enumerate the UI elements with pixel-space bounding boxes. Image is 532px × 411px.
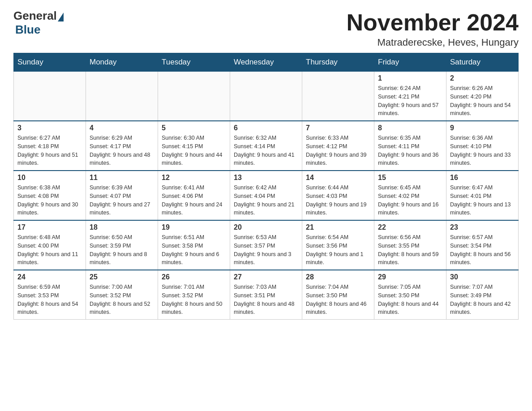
calendar-cell: 7Sunrise: 6:33 AMSunset: 4:12 PMDaylight… <box>302 121 374 171</box>
day-number: 15 <box>378 174 442 182</box>
day-number: 10 <box>17 174 82 182</box>
month-title: November 2024 <box>347 9 519 36</box>
day-info: Sunrise: 6:54 AMSunset: 3:56 PMDaylight:… <box>306 233 370 267</box>
day-number: 29 <box>378 273 442 281</box>
calendar-cell: 29Sunrise: 7:05 AMSunset: 3:50 PMDayligh… <box>374 270 446 320</box>
day-info: Sunrise: 6:27 AMSunset: 4:18 PMDaylight:… <box>17 134 82 167</box>
day-number: 21 <box>306 223 370 231</box>
header-friday: Friday <box>374 53 446 72</box>
location-subtitle: Matraderecske, Heves, Hungary <box>347 37 519 48</box>
day-number: 8 <box>378 124 442 132</box>
day-number: 28 <box>306 273 370 281</box>
day-number: 25 <box>90 273 154 281</box>
day-info: Sunrise: 6:26 AMSunset: 4:20 PMDaylight:… <box>450 84 515 118</box>
calendar-cell: 28Sunrise: 7:04 AMSunset: 3:50 PMDayligh… <box>302 270 374 320</box>
calendar-cell: 16Sunrise: 6:47 AMSunset: 4:01 PMDayligh… <box>446 171 519 220</box>
day-info: Sunrise: 7:00 AMSunset: 3:52 PMDaylight:… <box>90 283 154 317</box>
day-number: 24 <box>17 273 82 281</box>
calendar-cell: 11Sunrise: 6:39 AMSunset: 4:07 PMDayligh… <box>86 171 158 220</box>
day-number: 2 <box>450 74 515 82</box>
day-info: Sunrise: 6:30 AMSunset: 4:15 PMDaylight:… <box>162 134 226 167</box>
weekday-header-row: Sunday Monday Tuesday Wednesday Thursday… <box>14 53 519 72</box>
header-thursday: Thursday <box>302 53 374 72</box>
day-number: 6 <box>234 124 298 132</box>
day-info: Sunrise: 6:39 AMSunset: 4:07 PMDaylight:… <box>90 184 154 217</box>
day-number: 16 <box>450 174 515 182</box>
header-monday: Monday <box>86 53 158 72</box>
title-area: November 2024 Matraderecske, Heves, Hung… <box>347 9 519 48</box>
day-number: 4 <box>90 124 154 132</box>
calendar-cell: 6Sunrise: 6:32 AMSunset: 4:14 PMDaylight… <box>230 121 302 171</box>
day-number: 3 <box>17 124 82 132</box>
calendar-cell: 1Sunrise: 6:24 AMSunset: 4:21 PMDaylight… <box>374 72 446 121</box>
calendar-cell: 24Sunrise: 6:59 AMSunset: 3:53 PMDayligh… <box>14 270 86 320</box>
week-row-1: 1Sunrise: 6:24 AMSunset: 4:21 PMDaylight… <box>14 72 519 121</box>
calendar-cell: 22Sunrise: 6:56 AMSunset: 3:55 PMDayligh… <box>374 220 446 270</box>
calendar-cell: 2Sunrise: 6:26 AMSunset: 4:20 PMDaylight… <box>446 72 519 121</box>
day-info: Sunrise: 6:45 AMSunset: 4:02 PMDaylight:… <box>378 184 442 217</box>
day-number: 14 <box>306 174 370 182</box>
day-info: Sunrise: 7:03 AMSunset: 3:51 PMDaylight:… <box>234 283 298 317</box>
day-number: 5 <box>162 124 226 132</box>
header-tuesday: Tuesday <box>158 53 230 72</box>
week-row-5: 24Sunrise: 6:59 AMSunset: 3:53 PMDayligh… <box>14 270 519 320</box>
day-number: 19 <box>162 223 226 231</box>
day-number: 20 <box>234 223 298 231</box>
calendar-cell: 4Sunrise: 6:29 AMSunset: 4:17 PMDaylight… <box>86 121 158 171</box>
calendar-cell: 14Sunrise: 6:44 AMSunset: 4:03 PMDayligh… <box>302 171 374 220</box>
calendar-cell <box>230 72 302 121</box>
day-number: 7 <box>306 124 370 132</box>
week-row-3: 10Sunrise: 6:38 AMSunset: 4:08 PMDayligh… <box>14 171 519 220</box>
page-header: General Blue November 2024 Matraderecske… <box>13 9 519 48</box>
day-info: Sunrise: 6:24 AMSunset: 4:21 PMDaylight:… <box>378 84 442 118</box>
calendar-cell: 30Sunrise: 7:07 AMSunset: 3:49 PMDayligh… <box>446 270 519 320</box>
calendar-table: Sunday Monday Tuesday Wednesday Thursday… <box>13 53 519 320</box>
day-info: Sunrise: 7:04 AMSunset: 3:50 PMDaylight:… <box>306 283 370 317</box>
day-number: 30 <box>450 273 515 281</box>
day-info: Sunrise: 7:05 AMSunset: 3:50 PMDaylight:… <box>378 283 442 317</box>
calendar-cell <box>14 72 86 121</box>
day-info: Sunrise: 6:38 AMSunset: 4:08 PMDaylight:… <box>17 184 82 217</box>
day-info: Sunrise: 6:32 AMSunset: 4:14 PMDaylight:… <box>234 134 298 167</box>
calendar-cell: 27Sunrise: 7:03 AMSunset: 3:51 PMDayligh… <box>230 270 302 320</box>
calendar-cell: 21Sunrise: 6:54 AMSunset: 3:56 PMDayligh… <box>302 220 374 270</box>
day-info: Sunrise: 6:41 AMSunset: 4:06 PMDaylight:… <box>162 184 226 217</box>
calendar-cell: 26Sunrise: 7:01 AMSunset: 3:52 PMDayligh… <box>158 270 230 320</box>
day-number: 11 <box>90 174 154 182</box>
logo: General Blue <box>13 9 64 37</box>
day-info: Sunrise: 6:29 AMSunset: 4:17 PMDaylight:… <box>90 134 154 167</box>
day-info: Sunrise: 6:35 AMSunset: 4:11 PMDaylight:… <box>378 134 442 167</box>
day-info: Sunrise: 7:01 AMSunset: 3:52 PMDaylight:… <box>162 283 226 317</box>
day-info: Sunrise: 6:57 AMSunset: 3:54 PMDaylight:… <box>450 233 515 267</box>
calendar-cell: 18Sunrise: 6:50 AMSunset: 3:59 PMDayligh… <box>86 220 158 270</box>
day-info: Sunrise: 6:33 AMSunset: 4:12 PMDaylight:… <box>306 134 370 167</box>
calendar-cell <box>302 72 374 121</box>
day-info: Sunrise: 6:42 AMSunset: 4:04 PMDaylight:… <box>234 184 298 217</box>
calendar-cell: 20Sunrise: 6:53 AMSunset: 3:57 PMDayligh… <box>230 220 302 270</box>
day-info: Sunrise: 6:44 AMSunset: 4:03 PMDaylight:… <box>306 184 370 217</box>
calendar-cell <box>86 72 158 121</box>
day-number: 1 <box>378 74 442 82</box>
calendar-cell: 23Sunrise: 6:57 AMSunset: 3:54 PMDayligh… <box>446 220 519 270</box>
logo-general-text: General <box>13 9 57 23</box>
calendar-cell: 19Sunrise: 6:51 AMSunset: 3:58 PMDayligh… <box>158 220 230 270</box>
day-info: Sunrise: 6:56 AMSunset: 3:55 PMDaylight:… <box>378 233 442 267</box>
day-info: Sunrise: 6:47 AMSunset: 4:01 PMDaylight:… <box>450 184 515 217</box>
week-row-4: 17Sunrise: 6:48 AMSunset: 4:00 PMDayligh… <box>14 220 519 270</box>
day-info: Sunrise: 6:51 AMSunset: 3:58 PMDaylight:… <box>162 233 226 267</box>
day-number: 12 <box>162 174 226 182</box>
calendar-cell: 12Sunrise: 6:41 AMSunset: 4:06 PMDayligh… <box>158 171 230 220</box>
day-number: 9 <box>450 124 515 132</box>
day-info: Sunrise: 6:59 AMSunset: 3:53 PMDaylight:… <box>17 283 82 317</box>
day-number: 17 <box>17 223 82 231</box>
day-info: Sunrise: 6:36 AMSunset: 4:10 PMDaylight:… <box>450 134 515 167</box>
calendar-cell: 8Sunrise: 6:35 AMSunset: 4:11 PMDaylight… <box>374 121 446 171</box>
header-saturday: Saturday <box>446 53 519 72</box>
day-number: 13 <box>234 174 298 182</box>
day-number: 26 <box>162 273 226 281</box>
day-number: 18 <box>90 223 154 231</box>
header-sunday: Sunday <box>14 53 86 72</box>
day-info: Sunrise: 6:53 AMSunset: 3:57 PMDaylight:… <box>234 233 298 267</box>
logo-blue-text: Blue <box>15 23 40 36</box>
day-number: 27 <box>234 273 298 281</box>
